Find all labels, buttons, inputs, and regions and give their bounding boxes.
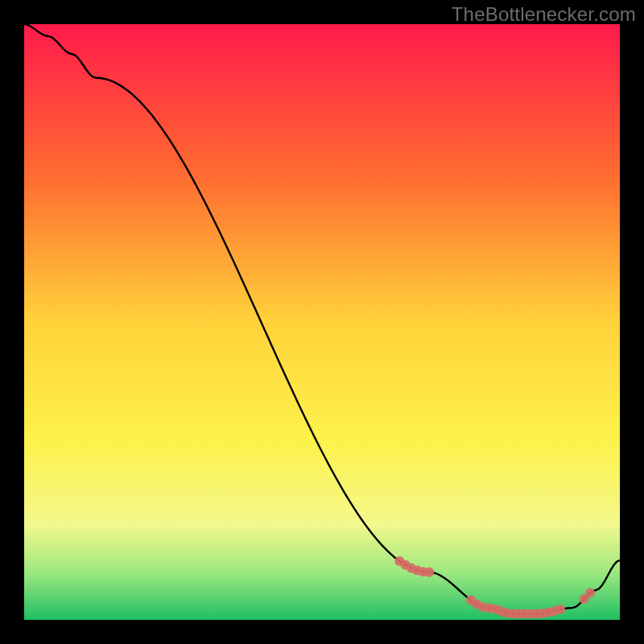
bottleneck-chart: [24, 24, 620, 620]
chart-frame: TheBottlenecker.com: [0, 0, 644, 644]
gradient-bg: [24, 24, 620, 620]
attribution-label: TheBottlenecker.com: [452, 3, 636, 26]
data-marker: [555, 605, 565, 614]
data-marker: [424, 568, 434, 577]
data-marker: [585, 588, 595, 598]
chart-svg: [24, 24, 620, 620]
